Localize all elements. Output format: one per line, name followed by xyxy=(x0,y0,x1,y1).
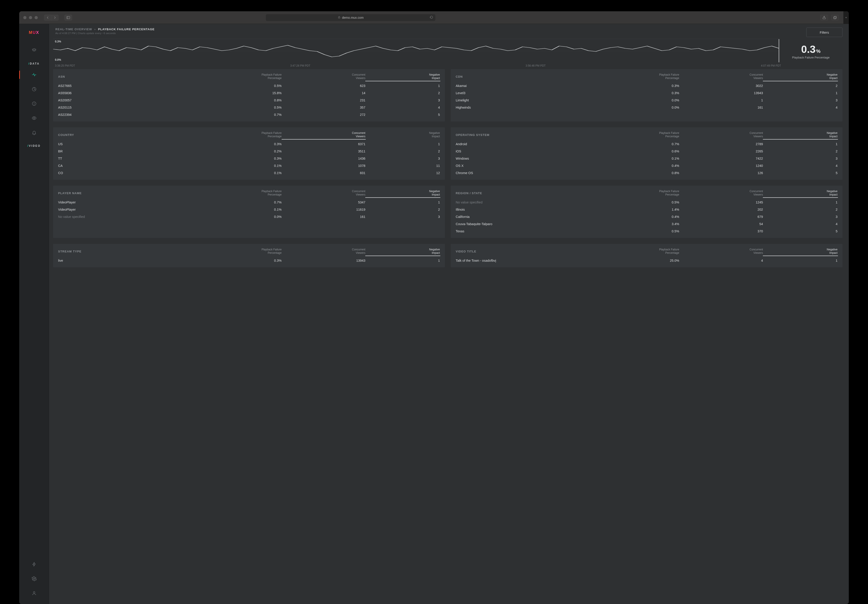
sidebar-item-account[interactable] xyxy=(19,586,49,600)
address-bar[interactable]: demo.mux.com xyxy=(266,14,436,21)
row-name: live xyxy=(58,259,189,263)
column-header-metric[interactable]: Playback FailurePercentage xyxy=(586,73,679,80)
table-row[interactable]: California0.4%6793 xyxy=(456,213,837,220)
time-tick: 4:07:49 PM PDT xyxy=(761,64,781,67)
row-name: Chrome OS xyxy=(456,171,586,175)
column-header-viewers[interactable]: ConcurrentViewers xyxy=(282,73,366,80)
sidebar-item-errors[interactable] xyxy=(19,96,49,111)
table-row[interactable]: AS201150.5%3574 xyxy=(58,104,440,111)
column-header-metric[interactable]: Playback FailurePercentage xyxy=(586,248,679,255)
table-row[interactable]: VideoPlayer0.1%116192 xyxy=(58,206,440,213)
minimize-window-icon[interactable] xyxy=(29,16,32,19)
app-logo[interactable]: MUX xyxy=(19,30,49,35)
sidebar-item-metrics[interactable] xyxy=(19,82,49,96)
browser-window: demo.mux.com + MUX /DATA xyxy=(19,11,849,604)
row-name: Level3 xyxy=(456,91,586,95)
table-row[interactable]: live0.3%139431 xyxy=(58,257,440,264)
panel-header: OPERATING SYSTEMPlayback FailurePercenta… xyxy=(456,131,837,141)
column-header-impact[interactable]: NegativeImpact xyxy=(365,131,440,138)
column-header-viewers[interactable]: ConcurrentViewers xyxy=(679,131,763,138)
column-header-impact[interactable]: NegativeImpact xyxy=(365,73,440,80)
table-row[interactable]: iOS0.6%22652 xyxy=(456,148,837,155)
row-impact: 1 xyxy=(365,259,440,263)
table-row[interactable]: Android0.7%27891 xyxy=(456,141,837,148)
table-row[interactable]: Akamai0.3%30222 xyxy=(456,82,837,90)
zoom-window-icon[interactable] xyxy=(34,16,38,19)
sidebar-item-alerts[interactable] xyxy=(19,125,49,140)
forward-button[interactable] xyxy=(51,15,59,20)
column-header-viewers[interactable]: ConcurrentViewers xyxy=(282,131,366,138)
share-button[interactable] xyxy=(820,15,828,20)
column-header-viewers[interactable]: ConcurrentViewers xyxy=(282,248,366,255)
titlebar: demo.mux.com + xyxy=(19,11,849,24)
table-row[interactable]: AS276650.5%6231 xyxy=(58,82,440,90)
column-header-impact[interactable]: NegativeImpact xyxy=(763,190,837,196)
sidebar-group-video: /VIDEO xyxy=(19,140,49,150)
panel-header: STREAM TYPEPlayback FailurePercentageCon… xyxy=(58,248,440,257)
column-header-impact[interactable]: NegativeImpact xyxy=(365,248,440,255)
row-viewers: 1245 xyxy=(679,201,763,204)
sidebar-item-settings[interactable] xyxy=(19,572,49,586)
sidebar-item-realtime[interactable] xyxy=(19,68,49,82)
column-header-impact[interactable]: NegativeImpact xyxy=(763,131,837,138)
table-row[interactable]: TT0.3%14363 xyxy=(58,155,440,162)
column-header-metric[interactable]: Playback FailurePercentage xyxy=(189,248,282,255)
column-header-viewers[interactable]: ConcurrentViewers xyxy=(679,73,763,80)
table-row[interactable]: OS X0.4%12404 xyxy=(456,162,837,169)
column-header-impact[interactable]: NegativeImpact xyxy=(365,190,440,196)
sidebar-item-activity[interactable] xyxy=(19,557,49,572)
table-row[interactable]: Texas0.5%3705 xyxy=(456,228,837,235)
sparkline-chart[interactable]: 0.3% 0.0% xyxy=(53,39,779,62)
table-row[interactable]: Limelight0.0%13 xyxy=(456,97,837,104)
column-header-metric[interactable]: Playback FailurePercentage xyxy=(586,190,679,196)
column-header-viewers[interactable]: ConcurrentViewers xyxy=(679,248,763,255)
nav-buttons xyxy=(44,15,59,20)
table-row[interactable]: CO0.1%83112 xyxy=(58,169,440,176)
new-tab-button[interactable]: + xyxy=(843,11,849,24)
table-row[interactable]: Couva-Tabaquite-Talparo3.4%544 xyxy=(456,220,837,228)
table-row[interactable]: Highwinds0.0%1614 xyxy=(456,104,837,111)
filters-button[interactable]: Filters xyxy=(806,28,842,37)
row-name: US xyxy=(58,142,189,146)
table-row[interactable]: VideoPlayer0.7%53471 xyxy=(58,199,440,206)
close-window-icon[interactable] xyxy=(23,16,26,19)
column-header-metric[interactable]: Playback FailurePercentage xyxy=(189,73,282,80)
sidebar-item-env[interactable] xyxy=(19,43,49,57)
reload-icon[interactable] xyxy=(430,15,433,20)
table-row[interactable]: No value specified0.0%1613 xyxy=(58,213,440,220)
sidebar-toggle-button[interactable] xyxy=(64,15,72,20)
table-row[interactable]: AS5583615.8%142 xyxy=(58,90,440,97)
column-header-metric[interactable]: Playback FailurePercentage xyxy=(189,190,282,196)
breadcrumb-root[interactable]: REAL-TIME OVERVIEW xyxy=(55,28,92,31)
column-header-metric[interactable]: Playback FailurePercentage xyxy=(189,131,282,138)
column-header-metric[interactable]: Playback FailurePercentage xyxy=(586,131,679,138)
column-header-impact[interactable]: NegativeImpact xyxy=(763,73,837,80)
table-row[interactable]: Level30.3%139431 xyxy=(456,90,837,97)
column-header-viewers[interactable]: ConcurrentViewers xyxy=(282,190,366,196)
tabs-button[interactable] xyxy=(831,15,839,20)
table-row[interactable]: Talk of the Town - osadofbvj25.0%41 xyxy=(456,257,837,264)
row-metric: 0.1% xyxy=(586,157,679,160)
panel-header: CDNPlayback FailurePercentageConcurrentV… xyxy=(456,73,837,82)
column-header-viewers[interactable]: ConcurrentViewers xyxy=(679,190,763,196)
table-row[interactable]: No value specified0.5%12451 xyxy=(456,199,837,206)
column-header-impact[interactable]: NegativeImpact xyxy=(763,248,837,255)
table-row[interactable]: Windows0.1%74223 xyxy=(456,155,837,162)
table-row[interactable]: AS200570.8%2313 xyxy=(58,97,440,104)
lock-icon xyxy=(338,16,341,19)
sidebar-item-views[interactable] xyxy=(19,111,49,125)
metric-label: Playback Failure Percentage xyxy=(792,56,829,59)
row-metric: 0.8% xyxy=(189,99,282,102)
row-metric: 0.3% xyxy=(189,142,282,146)
table-row[interactable]: BR0.2%35112 xyxy=(58,148,440,155)
breadcrumb: REAL-TIME OVERVIEW › PLAYBACK FAILURE PE… xyxy=(55,28,155,31)
row-metric: 0.6% xyxy=(586,150,679,153)
table-row[interactable]: AS223940.7%2725 xyxy=(58,111,440,118)
table-row[interactable]: US0.3%63711 xyxy=(58,141,440,148)
svg-rect-2 xyxy=(338,17,340,18)
back-button[interactable] xyxy=(44,15,51,20)
table-row[interactable]: Chrome OS0.8%1265 xyxy=(456,169,837,176)
table-row[interactable]: CA0.1%107811 xyxy=(58,162,440,169)
row-metric: 0.1% xyxy=(189,164,282,168)
table-row[interactable]: Illinois1.4%2022 xyxy=(456,206,837,213)
